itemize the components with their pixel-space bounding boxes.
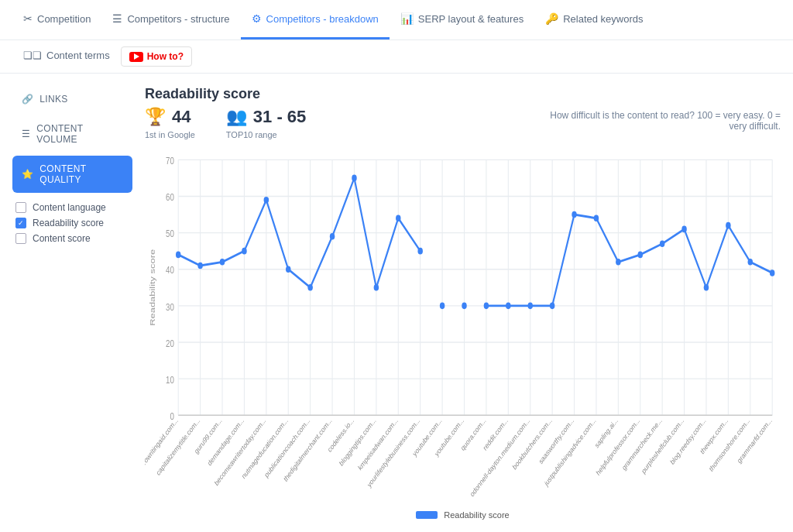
svg-point-71 bbox=[748, 259, 753, 266]
keywords-icon: 🔑 bbox=[545, 12, 558, 25]
sidebar-item-content-quality[interactable]: ⭐CONTENT QUALITY bbox=[12, 156, 132, 193]
svg-point-49 bbox=[220, 259, 225, 266]
svg-point-55 bbox=[352, 175, 356, 182]
checkbox-box-readability-score bbox=[15, 218, 26, 228]
svg-point-72 bbox=[770, 269, 774, 276]
content-terms-icon: ❏❏ bbox=[23, 50, 42, 61]
structure-icon: ☰ bbox=[112, 12, 122, 25]
serp-icon: 📊 bbox=[400, 12, 414, 25]
sidebar-item-links[interactable]: 🔗LINKS bbox=[12, 86, 132, 112]
checkbox-content-language[interactable]: Content language bbox=[15, 202, 129, 213]
svg-text:50: 50 bbox=[166, 228, 174, 239]
svg-point-51 bbox=[264, 197, 269, 204]
chart-area: Readability score 🏆 44 1st in Google 👥 3… bbox=[145, 86, 781, 520]
sidebar-item-label: LINKS bbox=[39, 94, 67, 105]
svg-text:Readability score: Readability score bbox=[148, 249, 156, 326]
chart-legend: Readability score bbox=[145, 510, 781, 520]
chart-meta: 🏆 44 1st in Google 👥 31 - 65 TOP10 range… bbox=[145, 107, 781, 139]
svg-text:10: 10 bbox=[166, 375, 174, 386]
checkbox-box-content-language bbox=[15, 202, 26, 213]
sidebar-checkboxes: Content languageReadability scoreContent… bbox=[12, 196, 132, 250]
svg-point-53 bbox=[307, 284, 312, 291]
svg-point-64 bbox=[594, 215, 599, 221]
competition-icon: ✂ bbox=[23, 12, 33, 25]
svg-point-61 bbox=[527, 303, 532, 310]
svg-point-57 bbox=[396, 215, 400, 221]
links-icon: 🔗 bbox=[22, 94, 33, 105]
checkbox-content-score[interactable]: Content score bbox=[15, 233, 129, 244]
checkbox-box-content-score bbox=[15, 233, 26, 244]
svg-text:30: 30 bbox=[166, 301, 174, 312]
nav-tab-content-terms-label: Content terms bbox=[46, 50, 110, 61]
svg-point-66 bbox=[638, 252, 643, 259]
sidebar-item-label: CONTENT VOLUME bbox=[36, 123, 123, 145]
nav-tab-label: Competitors - breakdown bbox=[266, 13, 379, 25]
sidebar-item-label: CONTENT QUALITY bbox=[39, 163, 123, 185]
svg-text:60: 60 bbox=[166, 192, 174, 203]
nav-tab-competition[interactable]: ✂Competition bbox=[12, 0, 101, 39]
chart-title: Readability score bbox=[145, 86, 781, 102]
svg-text:bookbutchers.com...: bookbutchers.com... bbox=[511, 416, 553, 472]
how-to-label: How to? bbox=[147, 51, 184, 62]
second-nav: ❏❏Content termsHow to? bbox=[0, 40, 793, 74]
metric-1-label: 1st in Google bbox=[145, 130, 195, 139]
chart-description: How difficult is the content to read? 10… bbox=[533, 107, 781, 132]
svg-point-46 bbox=[462, 303, 466, 310]
nav-tab-label: Competitors - structure bbox=[127, 13, 229, 25]
svg-point-65 bbox=[616, 259, 620, 266]
svg-text:20: 20 bbox=[166, 338, 174, 348]
youtube-icon bbox=[129, 52, 143, 62]
legend-color-box bbox=[416, 511, 438, 519]
svg-text:grammarcheck.me...: grammarcheck.me... bbox=[621, 416, 664, 472]
svg-point-62 bbox=[550, 303, 554, 310]
sidebar: 🔗LINKS☰CONTENT VOLUME⭐CONTENT QUALITYCon… bbox=[12, 86, 132, 520]
svg-point-67 bbox=[660, 240, 664, 247]
legend-label: Readability score bbox=[444, 510, 509, 520]
svg-point-69 bbox=[704, 284, 709, 291]
metric-1-value: 🏆 44 bbox=[145, 107, 195, 127]
svg-text:70: 70 bbox=[166, 156, 174, 166]
svg-text:thomsonshore.com...: thomsonshore.com... bbox=[708, 416, 751, 473]
content-quality-icon: ⭐ bbox=[22, 169, 33, 180]
svg-point-52 bbox=[286, 266, 290, 273]
nav-tab-competitors-breakdown[interactable]: ⚙Competitors - breakdown bbox=[241, 0, 390, 39]
svg-point-54 bbox=[330, 233, 335, 240]
svg-point-68 bbox=[681, 226, 686, 233]
svg-point-56 bbox=[374, 284, 379, 291]
checkbox-readability-score[interactable]: Readability score bbox=[15, 218, 129, 228]
nav-tab-label: Related keywords bbox=[563, 13, 643, 25]
svg-point-63 bbox=[572, 211, 576, 218]
breakdown-icon: ⚙ bbox=[252, 12, 262, 25]
line-chart-svg: 010203040506070Readability scoreprowriti… bbox=[145, 149, 781, 504]
svg-text:40: 40 bbox=[166, 265, 174, 276]
main-content: 🔗LINKS☰CONTENT VOLUME⭐CONTENT QUALITYCon… bbox=[0, 74, 793, 532]
top-nav: ✂Competition☰Competitors - structure⚙Com… bbox=[0, 0, 793, 40]
svg-point-48 bbox=[197, 263, 202, 269]
nav-tab-competitors-structure[interactable]: ☰Competitors - structure bbox=[101, 0, 240, 39]
svg-text:kmpeisadwan.com...: kmpeisadwan.com... bbox=[357, 416, 400, 472]
nav-tab-related-keywords[interactable]: 🔑Related keywords bbox=[534, 0, 654, 39]
svg-point-50 bbox=[242, 248, 246, 255]
svg-point-58 bbox=[417, 248, 422, 255]
nav-tab-content-terms[interactable]: ❏❏Content terms bbox=[12, 40, 121, 73]
people-icon: 👥 bbox=[226, 107, 247, 127]
svg-point-60 bbox=[506, 303, 510, 310]
checkbox-label-content-language: Content language bbox=[33, 202, 106, 213]
content-volume-icon: ☰ bbox=[22, 129, 30, 139]
nav-tab-serp-layout[interactable]: 📊SERP layout & features bbox=[390, 0, 534, 39]
svg-point-47 bbox=[176, 252, 180, 259]
metric-1: 🏆 44 1st in Google bbox=[145, 107, 195, 139]
svg-point-70 bbox=[726, 222, 730, 229]
svg-point-45 bbox=[440, 303, 445, 310]
svg-text:purpleshelfclub.com...: purpleshelfclub.com... bbox=[640, 416, 685, 475]
nav-tab-label: Competition bbox=[37, 13, 91, 25]
how-to-button[interactable]: How to? bbox=[121, 46, 192, 67]
nav-tab-label: SERP layout & features bbox=[418, 13, 524, 25]
sidebar-item-content-volume[interactable]: ☰CONTENT VOLUME bbox=[12, 115, 132, 153]
metric-2-value: 👥 31 - 65 bbox=[226, 107, 307, 127]
checkbox-label-content-score: Content score bbox=[33, 233, 91, 244]
chart-header: Readability score 🏆 44 1st in Google 👥 3… bbox=[145, 86, 781, 139]
chart-container: 010203040506070Readability scoreprowriti… bbox=[145, 149, 781, 504]
metric-2: 👥 31 - 65 TOP10 range bbox=[226, 107, 307, 139]
trophy-icon: 🏆 bbox=[145, 107, 166, 127]
